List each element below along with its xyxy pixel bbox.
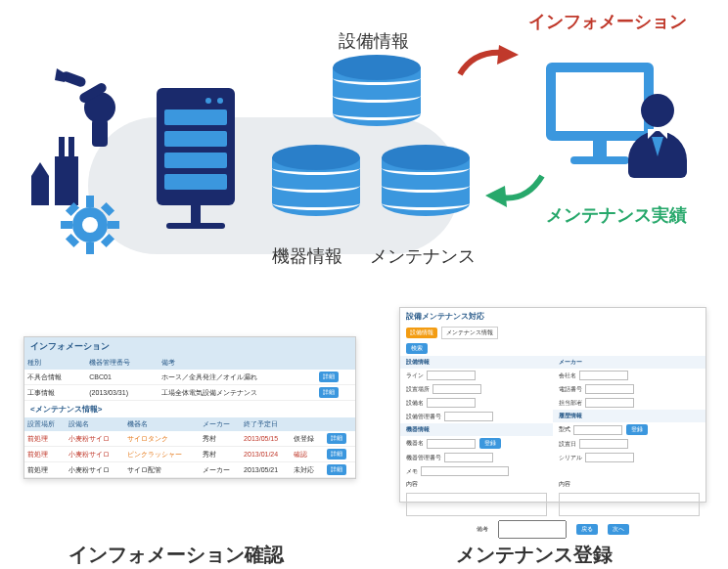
svg-marker-1 bbox=[31, 162, 49, 176]
serial-field[interactable] bbox=[585, 453, 634, 462]
content-box[interactable] bbox=[406, 493, 547, 516]
tab-maintenance[interactable]: メンテナンス情報 bbox=[441, 327, 498, 339]
caption-right: メンテナンス登録 bbox=[456, 542, 613, 568]
model-field[interactable] bbox=[573, 425, 622, 435]
content-box-2[interactable] bbox=[559, 493, 700, 516]
caption-left: インフォメーション確認 bbox=[68, 542, 284, 568]
information-panel: インフォメーション 種別 機器管理番号 備考 不具合情報 CBC01 ホース／金… bbox=[23, 336, 356, 479]
server-icon bbox=[157, 88, 235, 229]
place-field[interactable] bbox=[432, 384, 481, 394]
table-row: 前処理 小麦粉サイロ サイロ配管 メーカー 2013/05/21 未対応 詳細 bbox=[24, 462, 355, 478]
device-name-field[interactable] bbox=[427, 439, 476, 449]
col-type: 種別 bbox=[24, 356, 86, 370]
col-action bbox=[316, 356, 355, 370]
equip-name-field[interactable] bbox=[427, 398, 476, 408]
svg-rect-4 bbox=[68, 137, 74, 156]
table-row: 前処理 小麦粉サイロ サイロタンク 秀村 2013/05/15 仮登録 詳細 bbox=[24, 431, 355, 447]
table-row: 不具合情報 CBC01 ホース／金具発注／オイル漏れ 詳細 bbox=[24, 370, 355, 385]
content-label-2: 内容 bbox=[559, 480, 570, 489]
information-panel-title: インフォメーション bbox=[24, 337, 355, 356]
svg-rect-3 bbox=[59, 137, 65, 156]
alerts-table: 種別 機器管理番号 備考 不具合情報 CBC01 ホース／金具発注／オイル漏れ … bbox=[24, 356, 355, 401]
svg-rect-13 bbox=[108, 221, 119, 229]
maker-dept-field[interactable] bbox=[585, 398, 634, 408]
arrow-information-icon bbox=[454, 45, 523, 88]
equip-code-field[interactable] bbox=[444, 412, 493, 421]
prev-button[interactable]: 戻る bbox=[576, 524, 598, 535]
section-history: 履歴情報 bbox=[553, 410, 705, 422]
note-label: 備考 bbox=[477, 525, 488, 534]
svg-rect-6 bbox=[92, 119, 108, 147]
svg-marker-20 bbox=[485, 186, 507, 207]
detail-button[interactable]: 詳細 bbox=[327, 433, 346, 444]
svg-marker-19 bbox=[497, 45, 519, 65]
svg-rect-12 bbox=[61, 221, 72, 229]
user-icon bbox=[628, 94, 687, 182]
search-button[interactable]: 検索 bbox=[406, 343, 428, 354]
device-code-field[interactable] bbox=[444, 453, 493, 462]
detail-button[interactable]: 詳細 bbox=[319, 387, 339, 398]
database-device-icon bbox=[272, 145, 360, 216]
section-device: 機器情報 bbox=[400, 423, 553, 436]
section-maker: メーカー bbox=[553, 356, 705, 369]
database-maintenance-icon bbox=[382, 145, 470, 216]
device-info-label: 機器情報 bbox=[272, 244, 342, 268]
content-label: 内容 bbox=[406, 480, 418, 489]
install-date-field[interactable] bbox=[579, 439, 628, 449]
maintenance-sub-title: <メンテナンス情報> bbox=[24, 401, 355, 417]
equipment-info-label: 設備情報 bbox=[339, 29, 409, 53]
tab-equipment[interactable]: 設備情報 bbox=[406, 328, 437, 338]
information-label: インフォメーション bbox=[528, 10, 687, 33]
register-button-2[interactable]: 登録 bbox=[626, 424, 648, 435]
col-note: 備考 bbox=[159, 356, 316, 370]
svg-rect-10 bbox=[86, 196, 94, 207]
maker-name-field[interactable] bbox=[579, 371, 628, 380]
line-field[interactable] bbox=[427, 371, 476, 380]
register-button[interactable]: 登録 bbox=[479, 438, 501, 449]
arrow-maintenance-record-icon bbox=[483, 168, 552, 211]
maker-phone-field[interactable] bbox=[585, 384, 634, 394]
svg-rect-0 bbox=[31, 176, 49, 205]
detail-button[interactable]: 詳細 bbox=[319, 372, 339, 382]
section-equipment: 設備情報 bbox=[400, 356, 553, 369]
maintenance-label: メンテナンス bbox=[370, 244, 476, 268]
registration-panel-title: 設備メンテナンス対応 bbox=[400, 308, 705, 325]
detail-button[interactable]: 詳細 bbox=[327, 449, 346, 460]
maintenance-table: 設置場所 設備名 機器名 メーカー 終了予定日 前処理 小麦粉サイロ サイロタン… bbox=[24, 417, 355, 478]
gear-icon bbox=[61, 196, 119, 254]
registration-panel: 設備メンテナンス対応 設備情報 メンテナンス情報 検索 設備情報 ライン 設置場… bbox=[399, 307, 706, 503]
note-field[interactable] bbox=[498, 520, 567, 539]
database-equipment-icon bbox=[333, 55, 421, 126]
col-code: 機器管理番号 bbox=[86, 356, 159, 370]
table-row: 前処理 小麦粉サイロ ピンクラッシャー 秀村 2013/01/24 確認 詳細 bbox=[24, 447, 355, 462]
table-row: 工事情報 (2013/03/31) 工場全体電気設備メンテナンス 詳細 bbox=[24, 385, 355, 401]
next-button[interactable]: 次へ bbox=[608, 524, 629, 535]
maintenance-record-label: メンテナンス実績 bbox=[546, 203, 687, 227]
memo-field[interactable] bbox=[421, 466, 509, 476]
svg-rect-11 bbox=[86, 242, 94, 254]
detail-button[interactable]: 詳細 bbox=[327, 464, 346, 475]
svg-point-18 bbox=[82, 217, 98, 233]
